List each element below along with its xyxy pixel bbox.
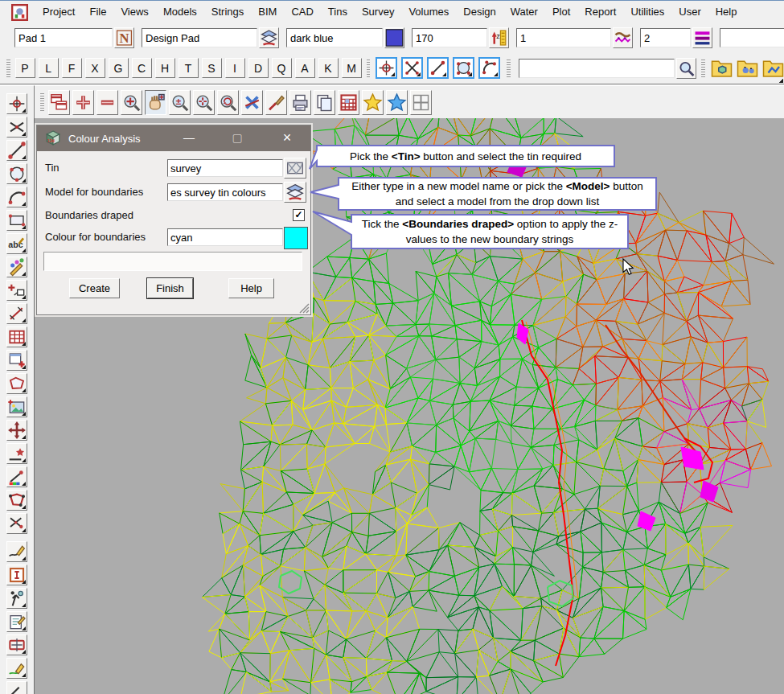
folder-tin-button[interactable] [711,57,733,79]
boundaries-draped-checkbox[interactable]: ✓ [293,209,305,221]
menu-file[interactable]: File [82,1,113,23]
star-blue-button[interactable] [386,90,408,115]
lt-table-button[interactable] [6,326,27,347]
colour-name-input[interactable] [286,28,383,47]
tin-input[interactable] [167,159,283,177]
menu-plot[interactable]: Plot [545,1,577,23]
menu-volumes[interactable]: Volumes [401,1,456,23]
z-ruler-button[interactable]: z [489,27,509,48]
mode-button-m[interactable]: M [342,58,362,78]
lt-cross-button[interactable] [6,117,27,138]
copy-pages-button[interactable] [314,90,335,115]
mode-button-i[interactable]: I [225,58,245,78]
tile-windows-button[interactable] [48,90,70,115]
lt-text-box-button[interactable] [6,565,27,585]
lt-arc-button[interactable] [6,187,27,207]
help-button[interactable]: Help [228,278,274,298]
model-picker-button[interactable] [284,182,306,203]
menu-water[interactable]: Water [503,1,545,23]
lt-section-button[interactable] [6,634,27,655]
finish-button[interactable]: Finish [147,278,193,298]
menu-models[interactable]: Models [156,1,204,23]
menu-survey[interactable]: Survey [355,1,401,23]
panes-button[interactable] [410,90,432,115]
mode-button-c[interactable]: C [132,58,152,78]
menu-user[interactable]: User [671,1,708,23]
menu-cad[interactable]: CAD [284,1,320,23]
mode-button-f[interactable]: F [62,58,82,78]
pad-name-input[interactable] [14,28,113,47]
mode-button-q[interactable]: Q [272,58,292,78]
toolbar-grip-handle[interactable] [701,60,705,77]
maximize-button[interactable]: ▢ [224,125,251,151]
lt-move-button[interactable] [6,420,27,441]
search-button[interactable] [676,58,696,79]
lt-pencil-line-button[interactable] [6,541,27,562]
height-input[interactable] [412,28,487,47]
plus-red-button[interactable] [72,90,94,115]
toolbar-grip-handle[interactable] [507,60,511,77]
zoom-center-button[interactable] [193,90,215,115]
mode-button-d[interactable]: D [248,58,269,78]
mode-button-x[interactable]: X [85,58,105,78]
folder-plot-button[interactable] [762,57,784,79]
mode-button-t[interactable]: T [179,58,199,78]
menu-utilities[interactable]: Utilities [623,1,671,23]
snap-line-button[interactable] [427,57,449,79]
menu-design[interactable]: Design [456,1,503,23]
n-badge-button[interactable]: N [114,27,134,48]
zoom-pm-button[interactable]: ± [169,90,191,115]
snap-arc-button[interactable] [478,57,500,79]
lt-gradient-line-button[interactable] [6,466,27,487]
linestyle-input[interactable] [516,28,611,47]
menu-project[interactable]: Project [35,1,82,23]
snap-cross-button[interactable] [401,57,423,79]
pick-combo-input[interactable] [720,28,784,47]
toolbar-grip-handle[interactable] [40,93,44,111]
lt-angle-button[interactable] [6,681,27,694]
toolbar-grip-handle[interactable] [367,60,371,77]
lt-image-button[interactable] [6,396,27,417]
lt-circle-button[interactable] [6,163,27,184]
brush-button[interactable] [265,90,287,115]
mode-button-h[interactable]: H [155,58,175,78]
menu-views[interactable]: Views [113,1,155,23]
menu-strings[interactable]: Strings [204,1,251,23]
lt-point-plus-button[interactable] [6,280,27,301]
zoom-extents-button[interactable] [121,90,142,115]
lt-survey-button[interactable] [6,588,27,609]
grid-window-button[interactable] [338,90,359,115]
minimize-button[interactable]: — [175,125,203,151]
snap-point-button[interactable] [376,57,397,79]
lt-notepad-button[interactable] [6,611,27,632]
menu-report[interactable]: Report [577,1,623,23]
swatch-blue-button[interactable] [384,27,404,48]
layers-button[interactable] [259,27,279,48]
terrain-button[interactable] [613,27,633,48]
mode-button-k[interactable]: K [318,58,339,78]
menu-help[interactable]: Help [708,1,745,23]
menu-bim[interactable]: BIM [251,1,284,23]
printer-button[interactable] [289,90,311,115]
star-yellow-button[interactable] [362,90,384,115]
lt-point-button[interactable] [6,93,27,114]
minus-red-button[interactable] [96,90,118,115]
close-button[interactable]: × [273,125,301,151]
lt-point-line-button[interactable] [6,443,27,464]
model-input[interactable] [167,183,283,201]
lt-brush-colors-button[interactable] [6,257,27,277]
lt-line-button[interactable] [6,140,27,161]
colour-swatch-button[interactable] [284,227,308,249]
lt-window-plus-button[interactable] [6,350,27,371]
cancel-x-button[interactable] [241,90,263,115]
create-button[interactable]: Create [69,278,120,298]
lt-polygon-pts-button[interactable] [6,490,27,511]
mode-button-p[interactable]: P [15,58,35,78]
mode-button-s[interactable]: S [202,58,222,78]
pan-hand-button[interactable] [145,90,166,115]
mode-button-a[interactable]: A [295,58,315,78]
search-input[interactable] [519,59,675,78]
snap-circle-button[interactable] [453,57,474,79]
linestyles-button[interactable] [692,27,712,48]
lt-rect-button[interactable] [6,210,27,231]
